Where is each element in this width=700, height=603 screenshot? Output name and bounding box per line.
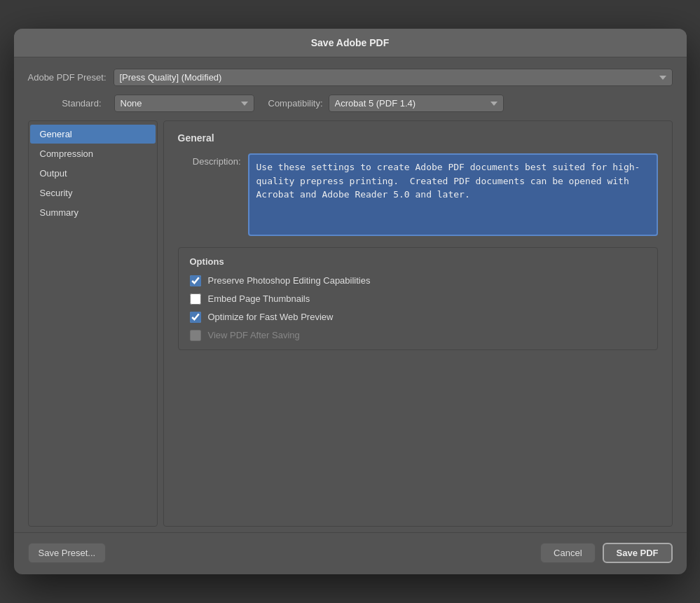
- sidebar-item-summary[interactable]: Summary: [30, 203, 156, 222]
- compat-group: Compatibility: Acrobat 4 (PDF 1.3) Acrob…: [268, 95, 504, 112]
- optimize-web-label: Optimize for Fast Web Preview: [208, 312, 334, 322]
- sidebar-item-output[interactable]: Output: [30, 164, 156, 183]
- checkbox-row-preserve: Preserve Photoshop Editing Capabilities: [190, 275, 646, 286]
- standard-compat-row: Standard: None PDF/X-1a:2001 PDF/X-3:200…: [28, 95, 673, 112]
- standard-group: Standard: None PDF/X-1a:2001 PDF/X-3:200…: [28, 95, 254, 112]
- description-label: Description:: [178, 153, 248, 167]
- sidebar: General Compression Output Security Summ…: [28, 120, 158, 527]
- preset-select[interactable]: [Press Quality] (Modified): [114, 69, 673, 86]
- sidebar-item-security[interactable]: Security: [30, 183, 156, 202]
- preserve-photoshop-label: Preserve Photoshop Editing Capabilities: [208, 275, 371, 286]
- dialog-body: Adobe PDF Preset: [Press Quality] (Modif…: [14, 57, 687, 527]
- sidebar-item-compression[interactable]: Compression: [30, 144, 156, 163]
- standard-label: Standard:: [28, 98, 109, 109]
- dialog-title: Save Adobe PDF: [14, 29, 687, 57]
- optimize-web-checkbox[interactable]: [190, 312, 201, 323]
- cancel-button[interactable]: Cancel: [540, 543, 595, 563]
- view-after-saving-label: View PDF After Saving: [208, 330, 300, 340]
- preserve-photoshop-checkbox[interactable]: [190, 275, 201, 286]
- standard-select[interactable]: None PDF/X-1a:2001 PDF/X-3:2002 PDF/X-4:…: [114, 95, 254, 112]
- content-panel: General Description: Options Preserve Ph…: [163, 120, 673, 527]
- checkbox-row-view-after: View PDF After Saving: [190, 330, 646, 341]
- main-content: General Compression Output Security Summ…: [28, 120, 673, 527]
- save-preset-button[interactable]: Save Preset...: [28, 543, 107, 563]
- options-section: Options Preserve Photoshop Editing Capab…: [178, 247, 658, 350]
- checkbox-row-optimize: Optimize for Fast Web Preview: [190, 312, 646, 323]
- description-textarea[interactable]: [248, 153, 658, 236]
- dialog-footer: Save Preset... Cancel Save PDF: [14, 532, 687, 574]
- sidebar-item-general[interactable]: General: [30, 125, 156, 144]
- compat-label: Compatibility:: [268, 98, 323, 109]
- embed-thumbnails-label: Embed Page Thumbnails: [208, 293, 310, 304]
- embed-thumbnails-checkbox[interactable]: [190, 293, 201, 305]
- view-after-saving-checkbox[interactable]: [190, 330, 201, 341]
- preset-label: Adobe PDF Preset:: [28, 72, 114, 83]
- footer-right: Cancel Save PDF: [540, 543, 672, 563]
- preset-row: Adobe PDF Preset: [Press Quality] (Modif…: [28, 69, 673, 86]
- checkbox-row-thumbnails: Embed Page Thumbnails: [190, 293, 646, 305]
- content-title: General: [178, 132, 658, 144]
- save-pdf-button[interactable]: Save PDF: [603, 543, 673, 563]
- save-adobe-pdf-dialog: Save Adobe PDF Adobe PDF Preset: [Press …: [14, 29, 687, 574]
- options-title: Options: [190, 256, 646, 267]
- compat-select[interactable]: Acrobat 4 (PDF 1.3) Acrobat 5 (PDF 1.4) …: [329, 95, 504, 112]
- description-row: Description:: [178, 153, 658, 236]
